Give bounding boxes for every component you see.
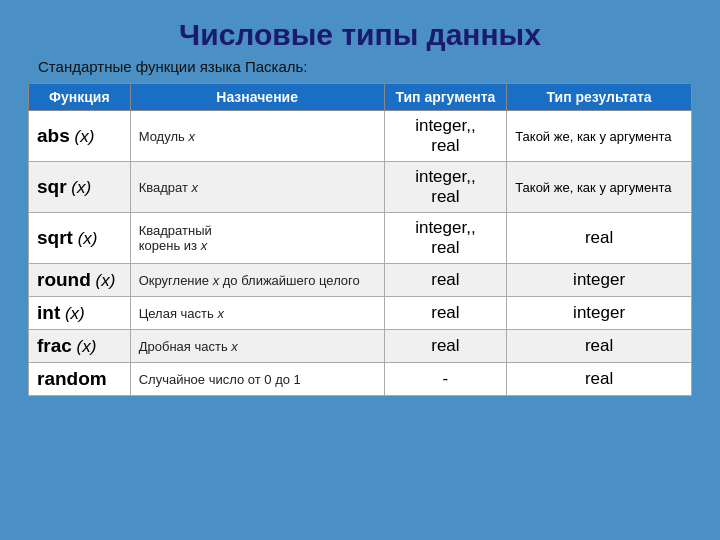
desc-arg: x bbox=[188, 129, 195, 144]
cell-func: int (x) bbox=[29, 297, 131, 330]
table-row: randomСлучайное число от 0 до 1-real bbox=[29, 363, 692, 396]
cell-func: frac (x) bbox=[29, 330, 131, 363]
func-arg: (x) bbox=[72, 337, 97, 356]
cell-func: round (x) bbox=[29, 264, 131, 297]
cell-arg-type: real bbox=[384, 297, 507, 330]
cell-result-type: Такой же, как у аргумента bbox=[507, 162, 692, 213]
table-wrap: Функция Назначение Тип аргумента Тип рез… bbox=[28, 83, 692, 522]
cell-func: random bbox=[29, 363, 131, 396]
func-name: random bbox=[37, 368, 107, 389]
main-title: Числовые типы данных bbox=[179, 18, 541, 52]
cell-result-type: integer bbox=[507, 297, 692, 330]
cell-result-type: real bbox=[507, 330, 692, 363]
cell-func: abs (x) bbox=[29, 111, 131, 162]
table-header-row: Функция Назначение Тип аргумента Тип рез… bbox=[29, 84, 692, 111]
cell-func: sqrt (x) bbox=[29, 213, 131, 264]
cell-desc: Округление x до ближайшего целого bbox=[130, 264, 384, 297]
cell-arg-type: - bbox=[384, 363, 507, 396]
col-header-desc: Назначение bbox=[130, 84, 384, 111]
table-row: sqr (x)Квадрат xinteger,,realТакой же, к… bbox=[29, 162, 692, 213]
cell-desc: Случайное число от 0 до 1 bbox=[130, 363, 384, 396]
func-name: int bbox=[37, 302, 60, 323]
func-arg: (x) bbox=[67, 178, 92, 197]
desc-arg: x bbox=[192, 180, 199, 195]
func-name: sqrt bbox=[37, 227, 73, 248]
cell-result-type: real bbox=[507, 213, 692, 264]
func-name: frac bbox=[37, 335, 72, 356]
table-row: int (x)Целая часть xrealinteger bbox=[29, 297, 692, 330]
table-row: sqrt (x)Квадратныйкорень из xinteger,,re… bbox=[29, 213, 692, 264]
cell-arg-type: integer,,real bbox=[384, 162, 507, 213]
cell-arg-type: integer,,real bbox=[384, 111, 507, 162]
func-name: abs bbox=[37, 125, 70, 146]
cell-desc: Модуль x bbox=[130, 111, 384, 162]
cell-result-type: integer bbox=[507, 264, 692, 297]
desc-arg: x bbox=[231, 339, 238, 354]
desc-arg: x bbox=[217, 306, 224, 321]
cell-result-type: real bbox=[507, 363, 692, 396]
func-arg: (x) bbox=[70, 127, 95, 146]
func-name: round bbox=[37, 269, 91, 290]
cell-desc: Квадрат x bbox=[130, 162, 384, 213]
cell-func: sqr (x) bbox=[29, 162, 131, 213]
slide: Числовые типы данных Стандартные функции… bbox=[0, 0, 720, 540]
cell-desc: Целая часть x bbox=[130, 297, 384, 330]
subtitle: Стандартные функции языка Паскаль: bbox=[28, 58, 308, 75]
col-header-func: Функция bbox=[29, 84, 131, 111]
desc-arg: x bbox=[213, 273, 220, 288]
table-row: frac (x)Дробная часть xrealreal bbox=[29, 330, 692, 363]
col-header-result: Тип результата bbox=[507, 84, 692, 111]
table-row: abs (x)Модуль xinteger,,realТакой же, ка… bbox=[29, 111, 692, 162]
col-header-arg: Тип аргумента bbox=[384, 84, 507, 111]
cell-desc: Квадратныйкорень из x bbox=[130, 213, 384, 264]
functions-table: Функция Назначение Тип аргумента Тип рез… bbox=[28, 83, 692, 396]
table-row: round (x)Округление x до ближайшего цело… bbox=[29, 264, 692, 297]
cell-desc: Дробная часть x bbox=[130, 330, 384, 363]
cell-arg-type: integer,,real bbox=[384, 213, 507, 264]
func-arg: (x) bbox=[60, 304, 85, 323]
cell-arg-type: real bbox=[384, 330, 507, 363]
desc-arg: x bbox=[201, 238, 208, 253]
func-arg: (x) bbox=[73, 229, 98, 248]
func-name: sqr bbox=[37, 176, 67, 197]
func-arg: (x) bbox=[91, 271, 116, 290]
cell-result-type: Такой же, как у аргумента bbox=[507, 111, 692, 162]
cell-arg-type: real bbox=[384, 264, 507, 297]
